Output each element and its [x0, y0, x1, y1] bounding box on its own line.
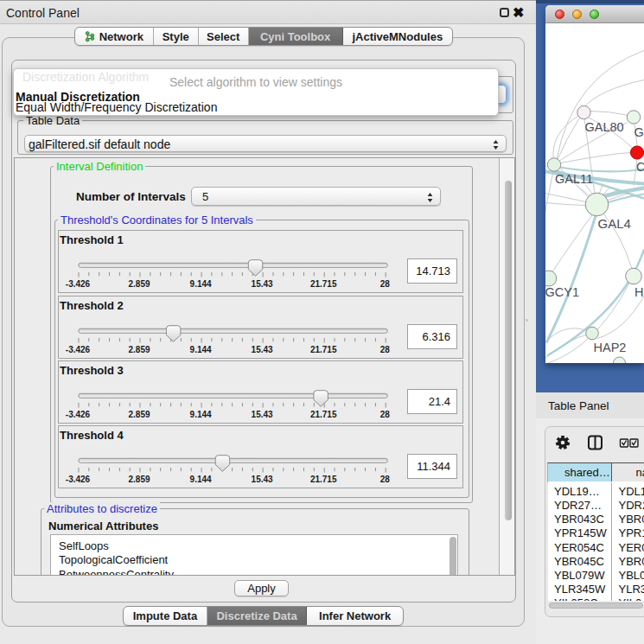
svg-text:GA: GA [634, 124, 644, 138]
svg-text:GCY1: GCY1 [545, 285, 579, 299]
svg-text:GAL4: GAL4 [598, 216, 631, 231]
svg-text:H: H [634, 285, 643, 299]
svg-text:HAP2: HAP2 [594, 340, 627, 354]
svg-text:GAL11: GAL11 [555, 171, 593, 185]
svg-text:CO: CO [636, 159, 644, 173]
svg-text:GAL80: GAL80 [585, 120, 624, 134]
